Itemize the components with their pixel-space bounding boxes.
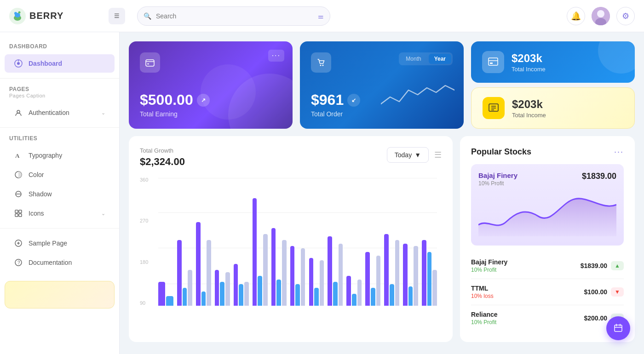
total-income-top-card: $203k Total Income bbox=[471, 41, 635, 83]
sidebar-item-sample-page[interactable]: Sample Page bbox=[5, 234, 115, 252]
bar-0-0 bbox=[158, 282, 165, 306]
sidebar-item-sample-page-label: Sample Page bbox=[29, 240, 105, 247]
bar-12-0 bbox=[384, 234, 389, 306]
bar-6-1 bbox=[276, 280, 281, 306]
bar-10-0 bbox=[346, 276, 351, 306]
svg-rect-29 bbox=[489, 58, 498, 65]
notification-button[interactable]: 🔔 bbox=[567, 7, 585, 25]
menu-button[interactable]: ☰ bbox=[109, 8, 125, 24]
search-bar: 🔍 ⚌ bbox=[137, 6, 330, 26]
month-toggle-button[interactable]: Month bbox=[400, 54, 426, 64]
bar-group-2 bbox=[196, 177, 211, 306]
chart-menu-icon[interactable]: ☰ bbox=[434, 150, 442, 160]
bar-group-11 bbox=[365, 177, 380, 306]
svg-point-27 bbox=[320, 65, 322, 66]
earning-up-icon: ↗ bbox=[197, 94, 210, 107]
sidebar-item-color[interactable]: Color bbox=[5, 166, 115, 184]
earning-card-label: Total Earning bbox=[140, 110, 282, 118]
stock-mini-chart bbox=[478, 190, 616, 236]
sample-page-icon bbox=[14, 239, 23, 248]
bar-group-3 bbox=[215, 177, 230, 306]
year-toggle-button[interactable]: Year bbox=[429, 54, 451, 64]
y-label-2: 270 bbox=[140, 218, 156, 223]
stock-name-1: TTML bbox=[471, 285, 494, 292]
stock-row-0: Bajaj Finery10% Profit$1839.00▲ bbox=[471, 253, 624, 279]
bar-6-0 bbox=[271, 228, 276, 306]
main-layout: Dashboard Dashboard Pages Pages Caption bbox=[0, 32, 644, 354]
logo-text: BERRY bbox=[29, 11, 63, 21]
svg-rect-17 bbox=[19, 210, 22, 213]
sidebar-item-documentation[interactable]: ? Documentation bbox=[5, 253, 115, 272]
bar-1-1 bbox=[183, 288, 187, 306]
stock-trend-1: ▼ bbox=[611, 287, 624, 297]
stock-chart-price: $1839.00 bbox=[582, 171, 616, 181]
bar-6-2 bbox=[282, 240, 287, 306]
earning-card-more-button[interactable]: ··· bbox=[268, 50, 284, 62]
sidebar-item-authentication[interactable]: Authentication ⌄ bbox=[5, 103, 115, 122]
gear-icon: ⚙ bbox=[622, 11, 629, 21]
authentication-icon bbox=[14, 108, 23, 117]
fab-button[interactable] bbox=[606, 316, 630, 340]
header: BERRY ☰ 🔍 ⚌ 🔔 ⚙ bbox=[0, 0, 644, 32]
bar-9-0 bbox=[328, 236, 332, 306]
sidebar-section-utilities: Utilities bbox=[0, 133, 119, 145]
stock-row-left-1: TTML10% loss bbox=[471, 285, 494, 299]
stock-price-1: $100.00 bbox=[584, 288, 608, 296]
income-bottom-icon bbox=[483, 97, 505, 119]
header-settings-button[interactable]: ⚙ bbox=[616, 7, 635, 25]
svg-text:A: A bbox=[15, 152, 20, 159]
sidebar-item-shadow[interactable]: Shadow bbox=[5, 185, 115, 203]
sidebar-item-dashboard[interactable]: Dashboard bbox=[5, 54, 115, 73]
stocks-more-button[interactable]: ··· bbox=[614, 147, 624, 157]
stock-trend-0: ▲ bbox=[611, 261, 624, 270]
y-label-3: 360 bbox=[140, 177, 156, 183]
order-down-icon: ↙ bbox=[347, 94, 360, 107]
chart-amount: $2,324.00 bbox=[140, 156, 185, 168]
svg-rect-25 bbox=[146, 60, 154, 66]
stock-name-2: Reliance bbox=[471, 311, 498, 318]
bar-2-2 bbox=[207, 240, 211, 306]
svg-point-11 bbox=[17, 110, 20, 113]
stock-price-2: $200.00 bbox=[584, 314, 608, 322]
income-bottom-text: $203k Total Income bbox=[512, 98, 546, 119]
sidebar-item-typography[interactable]: A Typography bbox=[5, 146, 115, 165]
documentation-icon: ? bbox=[14, 258, 23, 267]
stocks-title: Popular Stocks bbox=[471, 147, 531, 157]
bar-3-2 bbox=[225, 272, 230, 306]
y-label-0: 90 bbox=[140, 300, 156, 306]
chart-card: Total Growth $2,324.00 Today ▼ ☰ 90 bbox=[129, 136, 453, 342]
dropdown-icon: ▼ bbox=[414, 151, 421, 159]
stock-chart-top-info: Bajaj Finery 10% Profit $1839.00 bbox=[478, 171, 616, 187]
sidebar-item-typography-label: Typography bbox=[29, 152, 105, 159]
earning-card-icon bbox=[140, 52, 160, 73]
bar-13-0 bbox=[403, 244, 408, 306]
sidebar-item-icons[interactable]: Icons ⌄ bbox=[5, 204, 115, 223]
today-button[interactable]: Today ▼ bbox=[387, 147, 429, 163]
top-cards: ··· $500.00 ↗ Total Earning bbox=[129, 41, 635, 129]
bar-0-1 bbox=[166, 296, 173, 306]
bar-11-2 bbox=[376, 256, 381, 306]
bar-group-4 bbox=[234, 177, 249, 306]
search-input[interactable] bbox=[137, 6, 330, 26]
income-top-label: Total Income bbox=[512, 66, 546, 73]
income-bottom-label: Total Income bbox=[512, 112, 546, 119]
filter-icon[interactable]: ⚌ bbox=[318, 12, 324, 20]
sidebar-section-dashboard: Dashboard bbox=[0, 41, 119, 53]
stock-chart-name: Bajaj Finery bbox=[478, 171, 518, 179]
stock-row-right-1: $100.00▼ bbox=[584, 287, 624, 297]
avatar[interactable] bbox=[592, 7, 610, 25]
bar-3-1 bbox=[220, 282, 224, 306]
bar-14-0 bbox=[422, 240, 426, 306]
bar-5-2 bbox=[263, 234, 268, 306]
sidebar-item-color-label: Color bbox=[29, 171, 105, 178]
bar-14-2 bbox=[432, 270, 437, 306]
income-top-icon bbox=[482, 51, 504, 73]
stock-chart-area: Bajaj Finery 10% Profit $1839.00 bbox=[471, 164, 624, 246]
dashboard-icon bbox=[14, 59, 23, 68]
bar-group-0 bbox=[158, 177, 173, 306]
bar-10-1 bbox=[352, 294, 356, 306]
sidebar-item-authentication-label: Authentication bbox=[29, 109, 96, 116]
main-content: ··· $500.00 ↗ Total Earning bbox=[120, 32, 644, 354]
bar-group-1 bbox=[177, 177, 192, 306]
color-icon bbox=[14, 170, 23, 179]
